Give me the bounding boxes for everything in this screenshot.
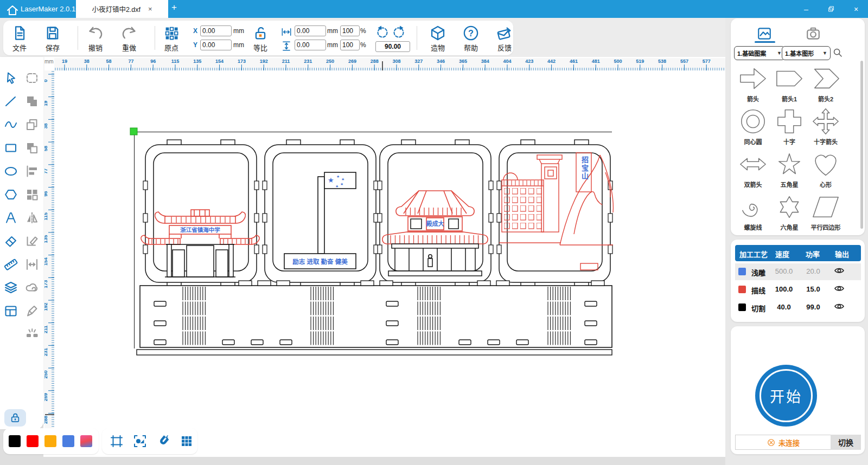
tool-table[interactable] bbox=[3, 303, 18, 319]
frame-button[interactable] bbox=[110, 434, 124, 448]
tool-rectangle[interactable] bbox=[3, 140, 18, 156]
shape-arrow1[interactable]: 箭头1 bbox=[771, 64, 807, 103]
power-value[interactable]: 15.0 bbox=[801, 285, 825, 293]
search-icon[interactable] bbox=[833, 48, 843, 58]
shape-spiral[interactable]: 螺旋线 bbox=[735, 192, 771, 231]
save-button[interactable]: 保存 bbox=[44, 25, 61, 53]
tool-eraser[interactable] bbox=[3, 234, 18, 249]
tool-curve[interactable] bbox=[3, 117, 18, 132]
shape-heart[interactable]: 心形 bbox=[808, 150, 844, 189]
window-minimize-button[interactable]: – bbox=[795, 0, 817, 18]
tab-close-icon[interactable]: × bbox=[148, 5, 152, 13]
grid9-button[interactable] bbox=[180, 434, 194, 448]
speed-value[interactable]: 40.0 bbox=[772, 303, 796, 311]
camera-tab-icon[interactable] bbox=[806, 26, 821, 41]
tool-ellipse[interactable] bbox=[3, 164, 18, 179]
tool-spacing[interactable] bbox=[24, 257, 40, 272]
process-row-1[interactable]: 浅雕 500.0 20.0 bbox=[735, 263, 861, 280]
rotate-ccw-icon[interactable] bbox=[375, 25, 390, 39]
speed-value[interactable]: 100.0 bbox=[772, 285, 796, 293]
start-button-label: 开始 bbox=[770, 385, 802, 406]
speed-value[interactable]: 500.0 bbox=[772, 267, 796, 275]
y-input[interactable] bbox=[200, 40, 232, 50]
tool-pen[interactable] bbox=[24, 303, 40, 319]
home-icon[interactable] bbox=[5, 3, 20, 17]
lock-button[interactable] bbox=[4, 409, 26, 427]
tool-polygon[interactable] bbox=[3, 187, 18, 202]
file-button[interactable]: 文件 bbox=[11, 25, 28, 53]
process-row-2[interactable]: 描线 100.0 15.0 bbox=[735, 281, 861, 298]
tool-cloud[interactable] bbox=[24, 280, 40, 295]
ratio-lock-button[interactable]: 等比 bbox=[252, 25, 269, 53]
switch-device-button[interactable]: 切换 bbox=[831, 435, 861, 450]
window-close-button[interactable]: × bbox=[845, 0, 867, 18]
rotate-cw-icon[interactable] bbox=[392, 25, 406, 39]
shape-scrollbar[interactable] bbox=[860, 61, 863, 229]
tool-align[interactable] bbox=[24, 164, 40, 179]
tool-ruler[interactable] bbox=[3, 257, 18, 272]
redo-button[interactable]: 重做 bbox=[121, 25, 137, 53]
document-tab[interactable]: 小夜灯镇中2.dxf × bbox=[76, 0, 168, 18]
subcategory-dropdown[interactable]: 1.基本图形▼ bbox=[782, 46, 831, 60]
shape-library-panel: 1.基础图案▼ 1.基本图形▼ 箭头箭头1箭头2同心圆十字十字箭头双箭头五角星心… bbox=[731, 18, 865, 235]
hinge-strip[interactable] bbox=[140, 281, 612, 347]
new-tab-button[interactable]: + bbox=[171, 2, 177, 13]
tool-select[interactable] bbox=[3, 70, 18, 86]
shape-double-arrow[interactable]: 双箭头 bbox=[735, 150, 771, 189]
category-dropdown[interactable]: 1.基础图案▼ bbox=[734, 46, 785, 60]
tool-layers[interactable] bbox=[3, 280, 18, 295]
height-input[interactable] bbox=[295, 40, 326, 50]
color-swatch[interactable] bbox=[9, 435, 21, 447]
tool-union[interactable] bbox=[24, 94, 40, 109]
power-value[interactable]: 20.0 bbox=[801, 267, 825, 275]
process-row-3[interactable]: 切割 40.0 99.0 bbox=[735, 299, 861, 316]
tool-text[interactable] bbox=[3, 210, 18, 225]
shape-parallelogram[interactable]: 平行四边形 bbox=[808, 192, 844, 231]
tool-marquee[interactable] bbox=[24, 70, 40, 86]
thin-strip[interactable] bbox=[137, 350, 612, 355]
shape-cross[interactable]: 十字 bbox=[771, 107, 807, 146]
width-input[interactable] bbox=[295, 25, 326, 36]
tool-subtract[interactable] bbox=[24, 140, 40, 156]
fit-button[interactable] bbox=[133, 434, 147, 448]
tool-line[interactable] bbox=[3, 94, 18, 109]
power-value[interactable]: 99.0 bbox=[801, 303, 825, 311]
color-swatch[interactable] bbox=[62, 435, 74, 447]
shape-cross-arrow[interactable]: 十字箭头 bbox=[808, 107, 844, 146]
height-percent-input[interactable] bbox=[340, 40, 360, 50]
feedback-button[interactable]: 反馈 bbox=[496, 25, 513, 53]
tool-duplicate[interactable] bbox=[24, 117, 40, 132]
magnet-button[interactable] bbox=[156, 434, 170, 448]
connection-status[interactable]: 未连接 bbox=[735, 435, 832, 450]
shape-star6[interactable]: 六角星 bbox=[771, 192, 807, 231]
tool-angle-measure[interactable] bbox=[24, 234, 40, 249]
output-visible-icon[interactable] bbox=[834, 302, 845, 313]
create-button[interactable]: 造物 bbox=[430, 25, 446, 53]
canvas-drawing[interactable]: 浙江省镇海中学 ★ ★ ★ ★ ★ 励志 进取 勤奋 健美 bbox=[54, 70, 725, 457]
shape-concentric[interactable]: 同心圆 bbox=[735, 107, 771, 146]
window-maximize-button[interactable] bbox=[820, 0, 842, 18]
help-button[interactable]: ? 帮助 bbox=[463, 25, 479, 53]
color-swatch[interactable] bbox=[44, 435, 56, 447]
undo-button[interactable]: 撤销 bbox=[87, 25, 104, 53]
tool-split[interactable] bbox=[24, 327, 40, 342]
shape-arrow[interactable]: 箭头 bbox=[735, 64, 771, 103]
rotation-input[interactable] bbox=[375, 41, 410, 52]
layer-color-swatch[interactable] bbox=[738, 303, 746, 311]
gallery-tab-icon[interactable] bbox=[757, 26, 772, 41]
width-percent-input[interactable] bbox=[340, 25, 360, 36]
tool-arrange[interactable] bbox=[24, 187, 40, 202]
start-button[interactable]: 开始 bbox=[757, 366, 815, 425]
shape-arrow2[interactable]: 箭头2 bbox=[808, 64, 844, 103]
selection-handle[interactable] bbox=[130, 128, 137, 135]
tool-mirror[interactable] bbox=[24, 210, 40, 225]
output-visible-icon[interactable] bbox=[834, 267, 845, 277]
color-swatch[interactable] bbox=[27, 435, 39, 447]
output-visible-icon[interactable] bbox=[834, 285, 845, 295]
x-input[interactable] bbox=[200, 25, 232, 36]
shape-star5[interactable]: 五角星 bbox=[771, 150, 807, 189]
origin-button[interactable]: 原点 bbox=[163, 25, 180, 53]
layer-color-swatch[interactable] bbox=[738, 268, 746, 275]
gradient-swatch[interactable] bbox=[80, 435, 92, 447]
layer-color-swatch[interactable] bbox=[738, 286, 746, 293]
